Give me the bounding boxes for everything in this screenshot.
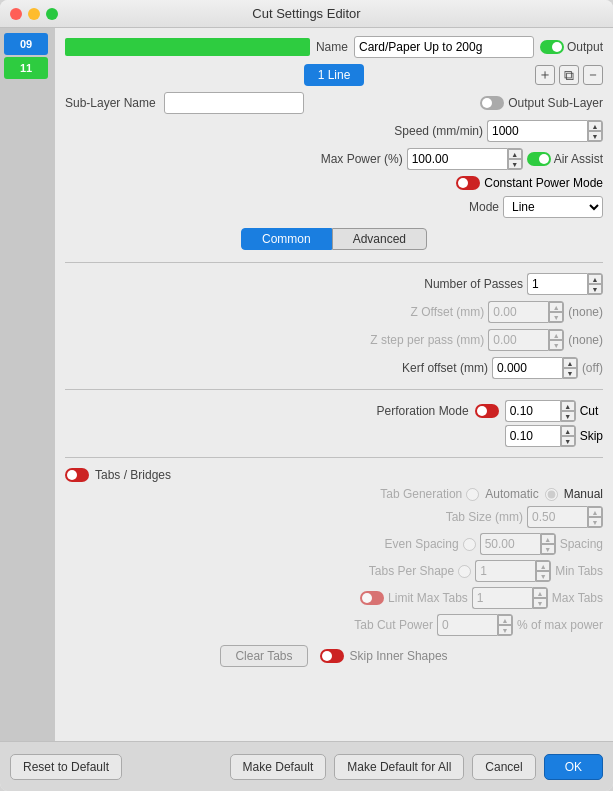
one-line-button[interactable]: 1 Line bbox=[304, 64, 365, 86]
speed-down[interactable]: ▼ bbox=[588, 131, 602, 141]
skip-input[interactable] bbox=[505, 425, 560, 447]
z-step-up[interactable]: ▲ bbox=[549, 330, 563, 340]
tab-cut-power-label: Tab Cut Power bbox=[354, 618, 433, 632]
tab-size-input[interactable] bbox=[527, 506, 587, 528]
z-offset-stepper-buttons: ▲ ▼ bbox=[548, 301, 564, 323]
sidebar-item-11[interactable]: 11 bbox=[4, 57, 48, 79]
skip-inner-toggle[interactable] bbox=[320, 649, 344, 663]
limit-max-label: Limit Max Tabs bbox=[388, 591, 468, 605]
kerf-down[interactable]: ▼ bbox=[563, 368, 577, 378]
z-offset-input[interactable] bbox=[488, 301, 548, 323]
speed-label: Speed (mm/min) bbox=[394, 124, 483, 138]
limit-max-group: Limit Max Tabs ▲ ▼ Max Tabs bbox=[360, 587, 603, 609]
limit-max-row: Limit Max Tabs ▲ ▼ Max Tabs bbox=[65, 587, 603, 609]
minimize-icon[interactable] bbox=[28, 8, 40, 20]
z-offset-status: (none) bbox=[568, 305, 603, 319]
tab-cut-power-up[interactable]: ▲ bbox=[498, 615, 512, 625]
tabs-bridges-label: Tabs / Bridges bbox=[95, 468, 171, 482]
tabs-per-shape-up[interactable]: ▲ bbox=[536, 561, 550, 571]
tab-size-down[interactable]: ▼ bbox=[588, 517, 602, 527]
tab-cut-power-stepper: ▲ ▼ bbox=[437, 614, 513, 636]
ok-button[interactable]: OK bbox=[544, 754, 603, 780]
manual-radio[interactable] bbox=[545, 488, 558, 501]
max-power-stepper-buttons: ▲ ▼ bbox=[507, 148, 523, 170]
tabs-per-shape-input[interactable] bbox=[475, 560, 535, 582]
limit-max-down[interactable]: ▼ bbox=[533, 598, 547, 608]
kerf-status: (off) bbox=[582, 361, 603, 375]
footer: Reset to Default Make Default Make Defau… bbox=[0, 741, 613, 791]
speed-stepper: ▲ ▼ bbox=[487, 120, 603, 142]
speed-row: Speed (mm/min) ▲ ▼ bbox=[65, 120, 603, 142]
make-default-button[interactable]: Make Default bbox=[230, 754, 327, 780]
tabs-bridges-toggle[interactable] bbox=[65, 468, 89, 482]
output-check: Output bbox=[540, 40, 603, 54]
name-input[interactable] bbox=[354, 36, 534, 58]
z-step-input[interactable] bbox=[488, 329, 548, 351]
tab-common[interactable]: Common bbox=[241, 228, 332, 250]
constant-power-toggle[interactable] bbox=[456, 176, 480, 190]
output-toggle[interactable] bbox=[540, 40, 564, 54]
limit-max-toggle[interactable] bbox=[360, 591, 384, 605]
cancel-button[interactable]: Cancel bbox=[472, 754, 535, 780]
kerf-input[interactable] bbox=[492, 357, 562, 379]
perforation-section: Perforation Mode ▲ ▼ Cut bbox=[65, 400, 603, 447]
maximize-icon[interactable] bbox=[46, 8, 58, 20]
minus-icon[interactable]: － bbox=[583, 65, 603, 85]
even-spacing-radio[interactable] bbox=[463, 538, 476, 551]
z-offset-down[interactable]: ▼ bbox=[549, 312, 563, 322]
z-step-down[interactable]: ▼ bbox=[549, 340, 563, 350]
cut-label: Cut bbox=[580, 404, 599, 418]
even-spacing-down[interactable]: ▼ bbox=[541, 544, 555, 554]
tab-size-up[interactable]: ▲ bbox=[588, 507, 602, 517]
automatic-radio[interactable] bbox=[466, 488, 479, 501]
passes-down[interactable]: ▼ bbox=[588, 284, 602, 294]
output-sublayer-toggle[interactable] bbox=[480, 96, 504, 110]
reset-button[interactable]: Reset to Default bbox=[10, 754, 122, 780]
speed-stepper-buttons: ▲ ▼ bbox=[587, 120, 603, 142]
max-power-up[interactable]: ▲ bbox=[508, 149, 522, 159]
tab-generation-row: Tab Generation Automatic Manual bbox=[65, 487, 603, 501]
z-step-status: (none) bbox=[568, 333, 603, 347]
max-power-down[interactable]: ▼ bbox=[508, 159, 522, 169]
tab-cut-power-input[interactable] bbox=[437, 614, 497, 636]
tab-cut-power-down[interactable]: ▼ bbox=[498, 625, 512, 635]
max-power-input[interactable] bbox=[407, 148, 507, 170]
max-power-row: Max Power (%) ▲ ▼ Air Assist bbox=[65, 148, 603, 170]
cut-down[interactable]: ▼ bbox=[561, 411, 575, 421]
footer-right-buttons: Make Default Make Default for All Cancel… bbox=[230, 754, 603, 780]
close-icon[interactable] bbox=[10, 8, 22, 20]
kerf-up[interactable]: ▲ bbox=[563, 358, 577, 368]
mode-select[interactable]: Line Fill Offset Fill bbox=[503, 196, 603, 218]
even-spacing-input[interactable] bbox=[480, 533, 540, 555]
clear-tabs-button[interactable]: Clear Tabs bbox=[220, 645, 307, 667]
skip-down[interactable]: ▼ bbox=[561, 436, 575, 446]
tabs-per-shape-radio[interactable] bbox=[458, 565, 471, 578]
limit-max-input[interactable] bbox=[472, 587, 532, 609]
cut-up[interactable]: ▲ bbox=[561, 401, 575, 411]
tab-advanced[interactable]: Advanced bbox=[332, 228, 427, 250]
kerf-label: Kerf offset (mm) bbox=[402, 361, 488, 375]
tab-generation-radios: Automatic Manual bbox=[466, 487, 603, 501]
skip-up[interactable]: ▲ bbox=[561, 426, 575, 436]
tabs-per-shape-label: Tabs Per Shape bbox=[369, 564, 454, 578]
window: Cut Settings Editor 09 11 Name Output bbox=[0, 0, 613, 791]
z-offset-up[interactable]: ▲ bbox=[549, 302, 563, 312]
limit-max-up[interactable]: ▲ bbox=[533, 588, 547, 598]
sublayer-input[interactable] bbox=[164, 92, 304, 114]
cut-input[interactable] bbox=[505, 400, 560, 422]
sidebar-item-09[interactable]: 09 bbox=[4, 33, 48, 55]
speed-up[interactable]: ▲ bbox=[588, 121, 602, 131]
tabs-bridges-section: Tabs / Bridges Tab Generation Automatic … bbox=[65, 468, 603, 667]
add-icon[interactable]: ＋ bbox=[535, 65, 555, 85]
make-default-all-button[interactable]: Make Default for All bbox=[334, 754, 464, 780]
copy-icon[interactable]: ⧉ bbox=[559, 65, 579, 85]
air-assist-toggle[interactable] bbox=[527, 152, 551, 166]
speed-input[interactable] bbox=[487, 120, 587, 142]
passes-input[interactable] bbox=[527, 273, 587, 295]
tabs-per-shape-down[interactable]: ▼ bbox=[536, 571, 550, 581]
divider-2 bbox=[65, 389, 603, 390]
perforation-toggle[interactable] bbox=[475, 404, 499, 418]
even-spacing-up[interactable]: ▲ bbox=[541, 534, 555, 544]
passes-up[interactable]: ▲ bbox=[588, 274, 602, 284]
clear-tabs-row: Clear Tabs Skip Inner Shapes bbox=[65, 645, 603, 667]
